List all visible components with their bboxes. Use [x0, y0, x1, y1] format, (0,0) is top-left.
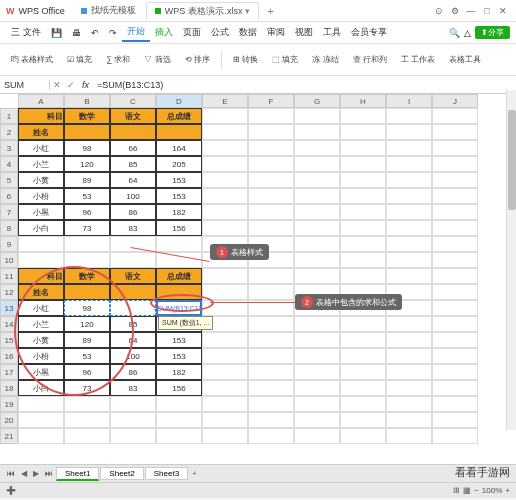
cell[interactable] [248, 268, 294, 284]
cell[interactable] [340, 188, 386, 204]
cell[interactable] [202, 140, 248, 156]
cell[interactable] [248, 140, 294, 156]
cell[interactable]: 小红 [18, 140, 64, 156]
cell[interactable] [386, 364, 432, 380]
cell[interactable] [340, 124, 386, 140]
menu-view[interactable]: 视图 [290, 24, 318, 41]
row-header[interactable]: 11 [0, 268, 18, 284]
cell[interactable] [432, 156, 478, 172]
col-header-a[interactable]: A [18, 94, 64, 108]
cell[interactable] [248, 396, 294, 412]
vertical-scrollbar[interactable] [506, 90, 516, 430]
cell[interactable] [340, 396, 386, 412]
tab-templates[interactable]: 找纸壳模板 [73, 2, 144, 19]
sheet-nav-prev[interactable]: ◀ [18, 469, 30, 478]
cell[interactable] [202, 380, 248, 396]
row-header[interactable]: 18 [0, 380, 18, 396]
cell[interactable]: 96 [64, 204, 110, 220]
t1-h3[interactable]: 总成绩 [156, 108, 202, 124]
row-header[interactable]: 21 [0, 428, 18, 444]
menu-start[interactable]: 开始 [122, 23, 150, 42]
save-icon[interactable]: 💾 [46, 26, 67, 40]
cell[interactable]: 小白 [18, 220, 64, 236]
cell[interactable] [64, 124, 110, 140]
cell[interactable]: 小兰 [18, 156, 64, 172]
undo-icon[interactable]: ↶ [86, 26, 104, 40]
cell[interactable] [202, 348, 248, 364]
cell[interactable] [432, 380, 478, 396]
cell[interactable] [156, 252, 202, 268]
cell[interactable] [64, 428, 110, 444]
cell[interactable] [110, 396, 156, 412]
cell[interactable] [386, 316, 432, 332]
cell[interactable] [294, 140, 340, 156]
cell[interactable] [386, 220, 432, 236]
redo-icon[interactable]: ↷ [104, 26, 122, 40]
cell[interactable] [386, 252, 432, 268]
cell[interactable] [156, 236, 202, 252]
cell[interactable] [202, 108, 248, 124]
t1-h2[interactable]: 语文 [110, 108, 156, 124]
cell[interactable] [340, 172, 386, 188]
col-header-c[interactable]: C [110, 94, 156, 108]
cell[interactable] [248, 428, 294, 444]
cell[interactable]: 120 [64, 156, 110, 172]
cell[interactable]: 153 [156, 172, 202, 188]
row-header[interactable]: 10 [0, 252, 18, 268]
cell[interactable] [386, 204, 432, 220]
row-header[interactable]: 2 [0, 124, 18, 140]
sheet-nav-last[interactable]: ⏭ [42, 469, 56, 478]
cell[interactable] [294, 268, 340, 284]
cell[interactable] [340, 412, 386, 428]
cell[interactable]: 83 [110, 380, 156, 396]
cell[interactable] [386, 348, 432, 364]
cell[interactable]: 66 [110, 140, 156, 156]
cell[interactable] [294, 172, 340, 188]
zoom-out[interactable]: − [474, 486, 479, 495]
cell[interactable]: 85 [110, 156, 156, 172]
cell[interactable] [110, 428, 156, 444]
cell[interactable] [386, 236, 432, 252]
cell[interactable] [294, 236, 340, 252]
cell[interactable] [248, 380, 294, 396]
cell[interactable] [386, 396, 432, 412]
cell[interactable] [386, 412, 432, 428]
cell[interactable] [294, 188, 340, 204]
file-menu[interactable]: 三 文件 [6, 24, 46, 41]
cell[interactable] [432, 396, 478, 412]
row-header[interactable]: 7 [0, 204, 18, 220]
sheet-tab-1[interactable]: Sheet1 [56, 467, 99, 481]
ribbon-sort[interactable]: ⟲ 排序 [180, 52, 215, 67]
ribbon-sum[interactable]: ∑ 求和 [101, 52, 135, 67]
cell[interactable] [340, 348, 386, 364]
cell[interactable]: 100 [110, 188, 156, 204]
cell[interactable] [432, 220, 478, 236]
cell[interactable] [432, 140, 478, 156]
cell[interactable] [340, 236, 386, 252]
close-button[interactable] [496, 4, 510, 18]
row-header[interactable]: 3 [0, 140, 18, 156]
cell[interactable] [294, 108, 340, 124]
cell[interactable] [386, 332, 432, 348]
cell[interactable]: 164 [156, 140, 202, 156]
cell[interactable] [294, 252, 340, 268]
row-header[interactable]: 19 [0, 396, 18, 412]
cell[interactable] [248, 348, 294, 364]
formula-input[interactable]: =SUM(B13:C13) [93, 80, 516, 90]
cell[interactable] [202, 156, 248, 172]
zoom-level[interactable]: 100% [482, 486, 502, 495]
cell[interactable]: 153 [156, 332, 202, 348]
search-icon[interactable]: 🔍 [449, 28, 460, 38]
cell[interactable] [248, 220, 294, 236]
cell[interactable] [248, 188, 294, 204]
cell[interactable] [340, 332, 386, 348]
cell[interactable] [432, 332, 478, 348]
cell[interactable]: 小黄 [18, 172, 64, 188]
menu-member[interactable]: 会员专享 [346, 24, 392, 41]
cell[interactable]: 182 [156, 204, 202, 220]
cell[interactable] [432, 364, 478, 380]
cell[interactable] [156, 428, 202, 444]
col-header-i[interactable]: I [386, 94, 432, 108]
cell[interactable] [432, 188, 478, 204]
cell[interactable] [340, 380, 386, 396]
